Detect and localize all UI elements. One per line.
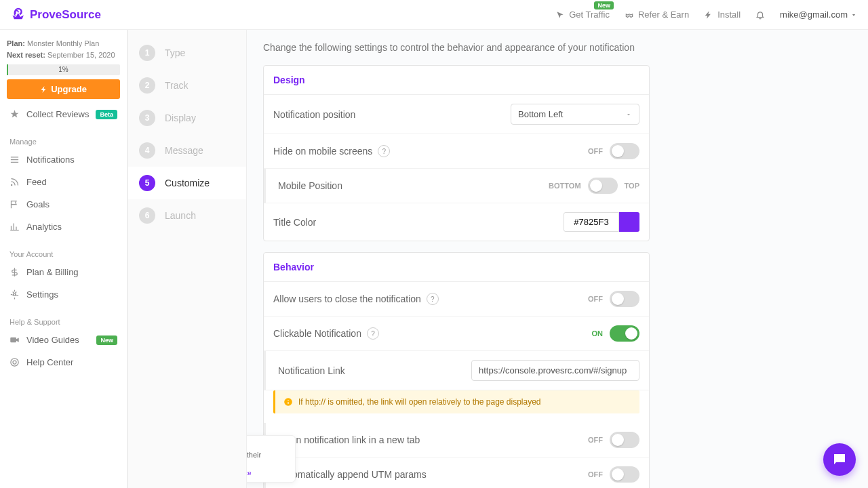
sidebar-item-analytics[interactable]: Analytics xyxy=(4,216,123,238)
wizard-steps: 1Type 2Track 3Display 4Message 5Customiz… xyxy=(127,30,247,488)
rss-icon xyxy=(9,177,20,187)
top-header: ProveSource Get Traffic New Refer & Earn… xyxy=(0,0,868,30)
brand-logo[interactable]: ProveSource xyxy=(11,7,101,22)
utm-toggle[interactable] xyxy=(610,466,639,483)
new-badge: New xyxy=(96,336,117,345)
flag-icon xyxy=(9,199,20,209)
svg-rect-2 xyxy=(10,338,16,343)
sidebar-item-billing[interactable]: Plan & Billing xyxy=(4,261,123,283)
beta-badge: Beta xyxy=(96,110,117,119)
menu-icon xyxy=(9,155,20,165)
svg-point-4 xyxy=(13,361,16,364)
plan-info: Plan: Monster Monthly Plan Next reset: S… xyxy=(7,38,120,60)
newtab-label: Open notification link in a new tab xyxy=(278,434,420,445)
behavior-panel: Behavior Allow users to close the notifi… xyxy=(263,252,650,488)
chart-icon xyxy=(9,222,20,232)
svg-point-0 xyxy=(12,184,12,185)
step-track[interactable]: 2Track xyxy=(128,69,246,102)
info-icon xyxy=(283,397,293,407)
clickable-label: Clickable Notification xyxy=(273,328,361,339)
position-select[interactable]: Bottom Left xyxy=(511,104,639,125)
svg-point-3 xyxy=(11,359,18,366)
lifebuoy-icon xyxy=(9,357,20,367)
help-icon[interactable]: ? xyxy=(427,293,439,305)
chevron-down-icon xyxy=(625,111,632,118)
video-icon xyxy=(9,335,20,345)
dollar-icon xyxy=(9,267,20,277)
sidebar-item-video-guides[interactable]: Video Guides New xyxy=(4,329,123,351)
mobile-position-label: Mobile Position xyxy=(278,180,342,191)
utm-label: Automatically append UTM params xyxy=(278,469,427,480)
help-icon[interactable]: ? xyxy=(378,145,390,157)
allow-close-label: Allow users to close the notification xyxy=(273,293,421,304)
sidebar-section-help: Help & Support xyxy=(4,315,123,329)
usage-progress: 1% xyxy=(7,64,120,75)
get-traffic-link[interactable]: Get Traffic New xyxy=(555,9,610,20)
chevron-down-icon xyxy=(850,12,857,18)
info-message: If http:// is omitted, the link will ope… xyxy=(273,390,639,413)
cursor-icon xyxy=(555,10,565,20)
refer-earn-link[interactable]: Refer & Earn xyxy=(625,9,689,20)
star-icon xyxy=(9,109,20,119)
title-color-input[interactable] xyxy=(564,212,619,232)
hide-mobile-toggle[interactable] xyxy=(610,143,639,159)
install-link[interactable]: Install xyxy=(704,9,741,20)
clickable-toggle[interactable] xyxy=(610,325,639,342)
position-label: Notification position xyxy=(273,109,355,120)
step-type[interactable]: 1Type xyxy=(128,37,246,69)
handshake-icon xyxy=(625,10,634,20)
step-launch[interactable]: 6Launch xyxy=(128,199,246,232)
sidebar-item-feed[interactable]: Feed xyxy=(4,171,123,193)
preview-notification: London Mike added ProveSource to their w… xyxy=(247,435,296,483)
behavior-header: Behavior xyxy=(264,253,649,282)
sidebar-item-notifications[interactable]: Notifications xyxy=(4,148,123,171)
color-swatch[interactable] xyxy=(619,212,639,232)
user-menu[interactable]: mike@gmail.com xyxy=(780,9,857,20)
notification-link-input[interactable] xyxy=(471,360,639,381)
allow-close-toggle[interactable] xyxy=(610,291,639,307)
step-display[interactable]: 3Display xyxy=(128,102,246,134)
new-badge: New xyxy=(594,1,614,9)
sidebar-item-settings[interactable]: Settings xyxy=(4,283,123,306)
bell-icon xyxy=(755,10,765,20)
gear-icon xyxy=(9,289,20,300)
hide-mobile-label: Hide on mobile screens xyxy=(273,146,372,157)
page-intro: Change the following settings to control… xyxy=(263,42,650,53)
chat-icon xyxy=(831,451,848,468)
step-message[interactable]: 4Message xyxy=(128,134,246,167)
sidebar-item-goals[interactable]: Goals xyxy=(4,193,123,216)
preview-description: added ProveSource to their website! xyxy=(247,451,290,467)
sidebar: Plan: Monster Monthly Plan Next reset: S… xyxy=(0,30,127,488)
design-panel: Design Notification position Bottom Left… xyxy=(263,65,650,241)
verified-badge: ProveSource xyxy=(247,470,252,476)
mobile-position-toggle[interactable] xyxy=(588,178,618,194)
help-icon[interactable]: ? xyxy=(367,327,379,340)
sidebar-item-collect-reviews[interactable]: Collect Reviews Beta xyxy=(4,103,123,125)
design-header: Design xyxy=(264,66,649,95)
sidebar-section-account: Your Account xyxy=(4,247,123,261)
notifications-bell[interactable] xyxy=(755,10,765,20)
sidebar-section-manage: Manage xyxy=(4,135,123,148)
upgrade-button[interactable]: Upgrade xyxy=(7,79,120,99)
link-label: Notification Link xyxy=(278,365,345,376)
preview-area: Preview London Mike added ProveSource to… xyxy=(247,421,296,483)
step-customize[interactable]: 5Customize xyxy=(128,167,246,199)
bolt-icon xyxy=(704,10,713,20)
brand-name: ProveSource xyxy=(30,8,101,22)
bolt-icon xyxy=(40,85,48,94)
title-color-label: Title Color xyxy=(273,217,316,228)
chat-widget-button[interactable] xyxy=(823,443,856,476)
newtab-toggle[interactable] xyxy=(610,432,639,448)
sidebar-item-help-center[interactable]: Help Center xyxy=(4,351,123,373)
